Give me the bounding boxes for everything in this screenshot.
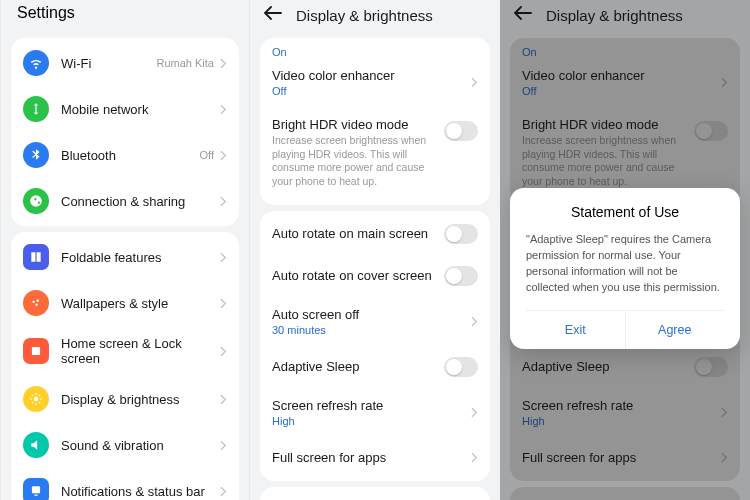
wallpapers-label: Wallpapers & style	[61, 296, 220, 311]
chevron-right-icon	[471, 452, 478, 463]
svg-point-1	[37, 300, 39, 302]
svg-point-4	[34, 397, 39, 402]
svg-point-2	[35, 304, 37, 306]
bluetooth-label: Bluetooth	[61, 148, 200, 163]
chevron-right-icon	[220, 440, 227, 451]
hdr-row[interactable]: Bright HDR video mode Increase screen br…	[260, 107, 490, 199]
vce-value: Off	[272, 85, 471, 97]
display-brightness-icon	[23, 386, 49, 412]
search-hint[interactable]: You might be looking for: Wallpapers	[260, 487, 490, 500]
chevron-right-icon	[220, 252, 227, 263]
auto-rotate-cover-row[interactable]: Auto rotate on cover screen	[260, 255, 490, 297]
chevron-right-icon	[220, 486, 227, 497]
svg-rect-3	[32, 347, 40, 355]
chevron-right-icon	[471, 316, 478, 327]
chevron-right-icon	[471, 77, 478, 88]
mobile-network-icon	[23, 96, 49, 122]
chevron-right-icon	[220, 394, 227, 405]
sound-label: Sound & vibration	[61, 438, 220, 453]
wifi-status: Rumah Kita	[157, 57, 214, 69]
homescreen-icon	[23, 338, 49, 364]
display-pane: Display & brightness On Video color enha…	[250, 0, 500, 500]
adaptive-sleep-toggle[interactable]	[444, 357, 478, 377]
chevron-right-icon	[471, 407, 478, 418]
auto-rotate-main-toggle[interactable]	[444, 224, 478, 244]
connection-sharing-label: Connection & sharing	[61, 194, 220, 209]
display-pane-dialog: Display & brightness On Video color enha…	[500, 0, 750, 500]
vce-label: Video color enhancer	[272, 68, 471, 83]
connection-sharing-icon	[23, 188, 49, 214]
chevron-right-icon	[220, 298, 227, 309]
homescreen-row[interactable]: Home screen & Lock screen	[11, 326, 239, 376]
chevron-right-icon	[220, 150, 227, 161]
bluetooth-row[interactable]: Bluetooth Off	[11, 132, 239, 178]
foldable-label: Foldable features	[61, 250, 220, 265]
notifications-row[interactable]: Notifications & status bar	[11, 468, 239, 500]
auto-rotate-main-row[interactable]: Auto rotate on main screen	[260, 213, 490, 255]
foldable-icon	[23, 244, 49, 270]
display-brightness-row[interactable]: Display & brightness	[11, 376, 239, 422]
bluetooth-status: Off	[200, 149, 214, 161]
bluetooth-icon	[23, 142, 49, 168]
notifications-label: Notifications & status bar	[61, 484, 220, 499]
display-brightness-label: Display & brightness	[61, 392, 220, 407]
sound-icon	[23, 432, 49, 458]
hdr-desc: Increase screen brightness when playing …	[272, 134, 444, 189]
settings-root-pane: Settings Wi-Fi Rumah Kita Mobile network…	[0, 0, 250, 500]
prev-on-value: On	[260, 40, 490, 58]
dialog-title: Statement of Use	[526, 204, 724, 220]
auto-screen-off-row[interactable]: Auto screen off 30 minutes	[260, 297, 490, 346]
settings-title: Settings	[1, 0, 249, 32]
video-color-enhancer-row[interactable]: Video color enhancer Off	[260, 58, 490, 107]
wifi-row[interactable]: Wi-Fi Rumah Kita	[11, 40, 239, 86]
wallpapers-row[interactable]: Wallpapers & style	[11, 280, 239, 326]
foldable-row[interactable]: Foldable features	[11, 234, 239, 280]
back-button[interactable]	[264, 6, 282, 24]
screen-group: Auto rotate on main screen Auto rotate o…	[260, 211, 490, 481]
display-header: Display & brightness	[250, 0, 500, 34]
adaptive-sleep-row[interactable]: Adaptive Sleep	[260, 346, 490, 388]
wifi-icon	[23, 50, 49, 76]
chevron-right-icon	[220, 104, 227, 115]
chevron-right-icon	[220, 58, 227, 69]
agree-button[interactable]: Agree	[626, 311, 725, 349]
svg-point-0	[33, 301, 35, 303]
svg-rect-5	[32, 486, 40, 493]
chevron-right-icon	[220, 196, 227, 207]
wallpapers-icon	[23, 290, 49, 316]
chevron-right-icon	[220, 346, 227, 357]
personalization-group: Foldable features Wallpapers & style Hom…	[11, 232, 239, 500]
notifications-icon	[23, 478, 49, 500]
sound-row[interactable]: Sound & vibration	[11, 422, 239, 468]
connectivity-group: Wi-Fi Rumah Kita Mobile network Bluetoot…	[11, 38, 239, 226]
svg-rect-6	[34, 495, 38, 496]
display-title: Display & brightness	[296, 7, 433, 24]
auto-rotate-cover-toggle[interactable]	[444, 266, 478, 286]
wifi-label: Wi-Fi	[61, 56, 157, 71]
statement-dialog: Statement of Use "Adaptive Sleep" requir…	[510, 188, 740, 349]
full-screen-apps-row[interactable]: Full screen for apps	[260, 437, 490, 479]
video-group: On Video color enhancer Off Bright HDR v…	[260, 38, 490, 205]
hdr-toggle[interactable]	[444, 121, 478, 141]
hdr-label: Bright HDR video mode	[272, 117, 444, 132]
dialog-buttons: Exit Agree	[526, 310, 724, 349]
dialog-body: "Adaptive Sleep" requires the Camera per…	[526, 232, 724, 296]
connection-sharing-row[interactable]: Connection & sharing	[11, 178, 239, 224]
homescreen-label: Home screen & Lock screen	[61, 336, 220, 366]
exit-button[interactable]: Exit	[526, 311, 626, 349]
mobile-network-row[interactable]: Mobile network	[11, 86, 239, 132]
refresh-rate-row[interactable]: Screen refresh rate High	[260, 388, 490, 437]
mobile-network-label: Mobile network	[61, 102, 220, 117]
